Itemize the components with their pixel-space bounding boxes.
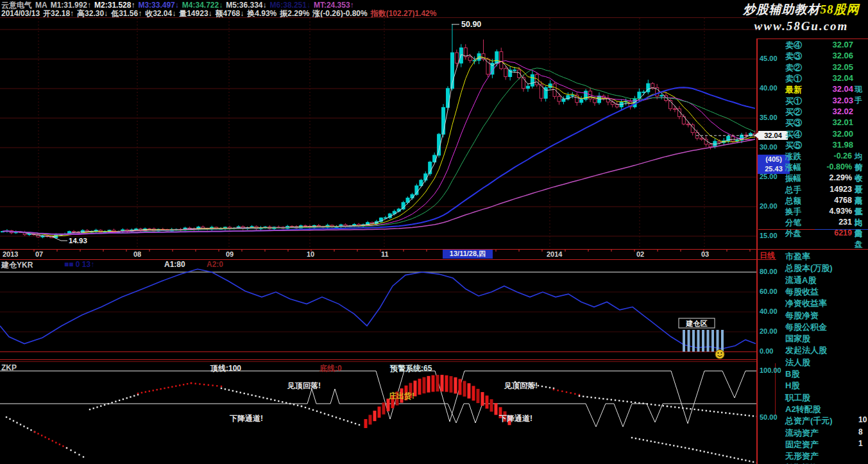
watermark-site-name: 58股网 [821, 3, 860, 16]
trend-dot [631, 401, 632, 402]
trend-dot [27, 427, 28, 429]
date-tick-label[interactable]: 02 [636, 250, 644, 258]
selected-date-highlight[interactable]: 13/11/28,四 [443, 249, 493, 259]
date-tick-label[interactable]: 10 [307, 250, 314, 258]
momentum-bar [459, 379, 462, 395]
trend-dot [729, 413, 730, 414]
trend-dot [208, 384, 209, 386]
momentum-bar [463, 381, 466, 397]
order-book-price[interactable]: 32.00 [821, 129, 853, 139]
ykr-ytick: 20.00 [760, 327, 778, 335]
trend-dot [164, 388, 165, 389]
zkp-header-item: 顶线:100 [210, 363, 241, 374]
date-axis[interactable]: 201307080910112014020313/11/28,四 [0, 249, 758, 259]
candle-body [580, 99, 583, 103]
trend-dot [711, 452, 712, 454]
annotation-label: 下降通道! [498, 414, 532, 423]
candle-body [504, 69, 507, 77]
date-tick-mark [241, 250, 243, 252]
date-tick-mark [80, 250, 81, 252]
trend-dot [156, 389, 157, 390]
ykr-header-item: A2:0 [207, 260, 223, 269]
stat-label: 总手 [785, 185, 801, 196]
trend-dot [104, 404, 105, 406]
trend-dot [212, 384, 213, 386]
quote-value: 2014/03/13 [1, 9, 40, 18]
trend-dot [730, 456, 731, 458]
sidebar-top-border [757, 39, 868, 39]
trend-dot [706, 410, 707, 411]
trend-dot [725, 412, 726, 413]
momentum-bar [495, 403, 498, 415]
order-book-price[interactable]: 32.04 [821, 73, 853, 83]
order-book-price[interactable]: 32.01 [821, 117, 853, 127]
trend-dot [16, 422, 17, 423]
momentum-bar [468, 383, 471, 399]
candle-body [700, 138, 703, 139]
annotation-label: 下降通道! [229, 414, 263, 423]
trend-dot [23, 425, 24, 427]
trend-dot [570, 392, 571, 393]
stat-label: 总额 [785, 196, 801, 207]
trend-dot [647, 440, 648, 441]
zkp-ytick: 50.00 [760, 413, 778, 421]
date-tick-mark [495, 250, 497, 252]
order-book-price[interactable]: 32.03 [821, 96, 853, 105]
trend-dot [171, 386, 173, 388]
fundamental-item: 每股收益 [785, 286, 819, 298]
order-book-price[interactable]: 31.98 [821, 140, 853, 150]
smiley-icon [715, 350, 724, 359]
main-chart-ytick: 30.00 [760, 143, 778, 151]
candlestick-chart[interactable]: 50.9014.93 [0, 18, 757, 249]
trend-dot [236, 391, 237, 392]
trend-dot [579, 395, 580, 397]
trend-dot [179, 384, 180, 386]
order-book-label: 卖① [785, 73, 802, 85]
date-tick-label[interactable]: 2013 [3, 250, 18, 258]
order-book-price[interactable]: 32.07 [821, 40, 853, 49]
date-tick-label[interactable]: 03 [701, 250, 709, 258]
order-book-price[interactable]: 32.05 [821, 62, 853, 72]
date-tick-label[interactable]: 07 [35, 250, 43, 258]
candle-body [660, 96, 663, 96]
date-tick-label[interactable]: 08 [133, 250, 141, 258]
order-book-price[interactable]: 32.02 [821, 107, 853, 116]
trend-dot [309, 408, 310, 409]
date-axis-bottom-border [0, 259, 776, 260]
order-book-label: 买③ [785, 117, 802, 129]
zone-bar [683, 330, 685, 352]
trend-dot [669, 444, 670, 445]
trend-dot [638, 402, 640, 404]
trend-dot [251, 394, 252, 395]
order-book-label: 买② [785, 107, 802, 118]
trend-dot [244, 393, 245, 394]
zkp-panel-header: ZKP顶线:100底线:0预警系统:65 [0, 363, 757, 372]
candle-body [477, 54, 481, 60]
trend-dot [681, 446, 682, 447]
date-tick-label[interactable]: 2014 [547, 250, 562, 258]
trend-dot [6, 417, 7, 418]
trend-dot [538, 385, 539, 386]
order-book-price[interactable]: 32.04 [821, 84, 853, 94]
ykr-ytick: 0.00 [760, 347, 773, 355]
ykr-indicator-panel[interactable]: 建仓区 [0, 259, 757, 359]
trend-dot [647, 403, 648, 404]
candle-body [557, 96, 561, 101]
candle-body [615, 105, 618, 107]
candle-body [718, 141, 721, 142]
trend-dot [59, 443, 60, 445]
trend-dot [153, 390, 154, 391]
date-tick-label[interactable]: 11 [381, 250, 389, 258]
date-tick-label[interactable]: 09 [226, 250, 234, 258]
trend-dot [130, 396, 131, 397]
order-book-price[interactable]: 32.06 [821, 51, 853, 60]
candle-body [411, 194, 414, 198]
trend-dot [274, 399, 275, 400]
trend-dot [703, 451, 704, 452]
trend-dot [123, 399, 124, 400]
low-price-label: 14.93 [69, 237, 87, 245]
momentum-bar [364, 419, 368, 428]
date-tick-mark [657, 250, 658, 252]
zkp-indicator-panel[interactable]: 见顶回落!见顶回落!下降通道!下降通道!庄出货! [0, 363, 757, 464]
trend-dot [133, 395, 135, 397]
